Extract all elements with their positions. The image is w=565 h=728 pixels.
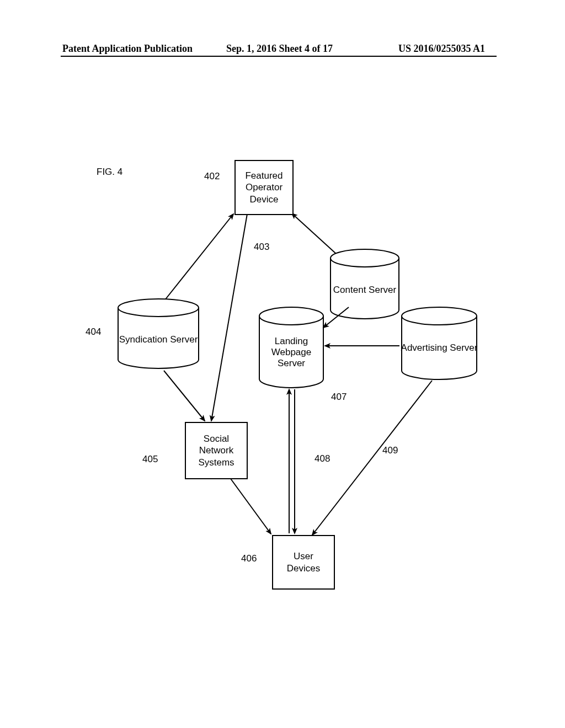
- svg-point-11: [118, 299, 199, 317]
- node-social-network-systems-label: Social Network Systems: [186, 431, 247, 470]
- node-featured-operator-device-label: Featured Operator Device: [236, 168, 292, 207]
- node-advertising-server: Advertising Server: [401, 306, 478, 381]
- node-content-server-label: Content Server: [329, 274, 400, 307]
- figure-label: FIG. 4: [97, 167, 122, 178]
- node-featured-operator-device: Featured Operator Device: [234, 160, 294, 215]
- svg-point-12: [259, 307, 323, 325]
- svg-line-3: [164, 371, 205, 421]
- header-rule: [61, 56, 497, 57]
- ref-407: 407: [331, 392, 347, 403]
- ref-409: 409: [382, 445, 398, 456]
- svg-line-2: [211, 214, 247, 421]
- svg-point-10: [331, 249, 399, 267]
- node-content-server: Content Server: [329, 248, 400, 320]
- node-user-devices: User Devices: [272, 535, 335, 590]
- svg-point-13: [402, 307, 477, 325]
- header-center: Sep. 1, 2016 Sheet 4 of 17: [226, 43, 333, 55]
- svg-line-0: [162, 214, 233, 303]
- node-social-network-systems: Social Network Systems: [185, 422, 248, 479]
- ref-405: 405: [142, 454, 158, 465]
- ref-406: 406: [241, 553, 257, 564]
- header-right: US 2016/0255035 A1: [398, 43, 485, 55]
- node-syndication-server: Syndication Server: [117, 298, 200, 370]
- ref-403: 403: [254, 242, 269, 253]
- ref-402: 402: [204, 171, 220, 182]
- node-user-devices-label: User Devices: [273, 548, 334, 576]
- node-landing-webpage-server: Landing Webpage Server: [258, 306, 324, 389]
- node-syndication-server-label: Syndication Server: [117, 323, 200, 356]
- svg-line-7: [231, 479, 271, 534]
- ref-404: 404: [86, 326, 101, 338]
- node-advertising-server-label: Advertising Server: [401, 331, 478, 365]
- node-landing-webpage-server-label: Landing Webpage Server: [258, 329, 324, 376]
- svg-line-6: [312, 381, 432, 535]
- header-left: Patent Application Publication: [62, 43, 193, 55]
- ref-408: 408: [315, 453, 330, 464]
